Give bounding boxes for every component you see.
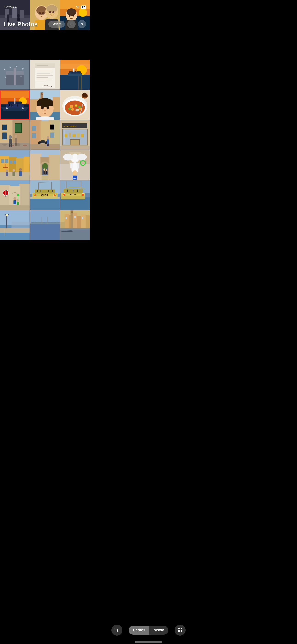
svg-rect-44	[36, 70, 53, 70]
svg-point-103	[71, 108, 74, 110]
svg-rect-46	[36, 74, 50, 74]
svg-rect-238	[52, 190, 53, 192]
svg-point-143	[46, 136, 49, 140]
svg-point-126	[14, 135, 17, 138]
svg-rect-50	[36, 81, 46, 81]
svg-rect-213	[5, 190, 6, 197]
grid-cell-11[interactable]	[30, 150, 60, 180]
svg-point-8	[17, 14, 20, 17]
svg-rect-253	[77, 189, 78, 192]
grid-cell-15[interactable]: DELFIN	[60, 180, 90, 210]
grid-cell-3[interactable]: TAXI BOAT	[60, 60, 90, 90]
svg-rect-60	[68, 73, 82, 76]
svg-rect-205	[73, 180, 75, 180]
svg-rect-237	[48, 190, 49, 192]
svg-point-190	[46, 169, 48, 171]
grid-cell-1[interactable]: ★ ★ ★ ★ ★ ★	[0, 60, 30, 90]
svg-rect-220	[0, 205, 30, 210]
svg-rect-228	[38, 183, 39, 190]
svg-rect-273	[77, 216, 82, 228]
svg-point-105	[68, 108, 71, 110]
svg-rect-5	[20, 10, 24, 18]
wifi-icon	[76, 5, 80, 9]
svg-rect-139	[30, 144, 60, 150]
status-bar: 17:58 ► 27	[0, 0, 90, 12]
svg-text:★: ★	[4, 76, 6, 78]
svg-rect-114	[2, 133, 7, 140]
svg-point-232	[54, 194, 56, 196]
grid-cell-4[interactable]: TAXI BOAT	[0, 90, 30, 120]
select-button[interactable]: Select	[48, 21, 65, 28]
svg-point-101	[75, 104, 78, 107]
svg-rect-137	[50, 124, 54, 130]
more-icon: ···	[69, 22, 74, 27]
grid-cell-8[interactable]	[30, 120, 60, 150]
svg-rect-49	[36, 79, 52, 80]
svg-rect-144	[46, 139, 49, 144]
close-button[interactable]: ✕	[78, 20, 86, 28]
svg-rect-132	[30, 120, 42, 145]
grid-cell-13[interactable]	[0, 180, 30, 210]
svg-point-197	[63, 154, 73, 160]
svg-point-219	[17, 194, 19, 196]
svg-rect-264	[30, 224, 60, 240]
svg-point-93	[47, 107, 48, 108]
svg-rect-161	[60, 146, 90, 150]
svg-rect-169	[5, 160, 8, 163]
grid-cell-12[interactable]: NIKE	[60, 150, 90, 180]
svg-rect-270	[65, 214, 69, 228]
svg-text:DELFIN: DELFIN	[69, 194, 76, 196]
grid-cell-14[interactable]: DELFIN	[30, 180, 60, 210]
grid-cell-7[interactable]	[0, 120, 30, 150]
more-button[interactable]: ···	[67, 20, 76, 28]
svg-point-73	[6, 107, 8, 109]
svg-rect-180	[6, 164, 6, 168]
svg-rect-135	[32, 126, 36, 131]
svg-rect-236	[40, 190, 41, 192]
svg-point-118	[2, 144, 7, 146]
grid-cell-5[interactable]	[30, 90, 60, 120]
svg-rect-84	[53, 97, 60, 113]
svg-rect-233	[30, 198, 60, 210]
svg-point-214	[13, 197, 16, 200]
svg-point-250	[82, 194, 84, 196]
svg-point-122	[9, 136, 12, 139]
svg-rect-189	[43, 171, 45, 174]
grid-cell-18[interactable]	[60, 210, 90, 240]
svg-rect-127	[14, 138, 17, 143]
svg-text:★: ★	[16, 65, 18, 67]
svg-point-6	[7, 14, 10, 18]
nav-bar: Live Photos Select ··· ✕	[0, 18, 90, 30]
grid-cell-6[interactable]	[60, 90, 90, 120]
svg-rect-78	[17, 104, 18, 106]
svg-rect-134	[40, 121, 51, 142]
svg-rect-76	[9, 104, 10, 106]
svg-point-188	[43, 168, 45, 171]
grid-cell-16[interactable]	[0, 210, 30, 240]
svg-rect-257	[0, 228, 30, 233]
svg-rect-247	[80, 182, 81, 190]
page-title: Live Photos	[4, 21, 38, 28]
svg-rect-274	[81, 214, 86, 228]
grid-cell-17[interactable]	[30, 210, 60, 240]
svg-rect-43	[36, 65, 48, 66]
svg-rect-145	[46, 144, 48, 146]
svg-point-249	[63, 194, 66, 196]
svg-rect-174	[6, 172, 8, 176]
svg-rect-215	[13, 200, 16, 204]
svg-rect-170	[10, 160, 12, 164]
svg-rect-258	[6, 215, 7, 228]
svg-point-202	[73, 170, 77, 176]
svg-rect-217	[16, 202, 19, 205]
svg-rect-57	[60, 75, 90, 89]
svg-rect-171	[13, 160, 16, 164]
svg-rect-157	[77, 133, 80, 137]
svg-rect-272	[74, 212, 78, 228]
grid-cell-10[interactable]	[0, 150, 30, 180]
svg-point-104	[76, 109, 79, 112]
svg-rect-280	[74, 216, 76, 218]
svg-rect-281	[82, 217, 83, 219]
grid-cell-9[interactable]: STOP SREBRA	[60, 120, 90, 150]
svg-point-29	[72, 14, 74, 16]
grid-cell-2[interactable]	[30, 60, 60, 90]
